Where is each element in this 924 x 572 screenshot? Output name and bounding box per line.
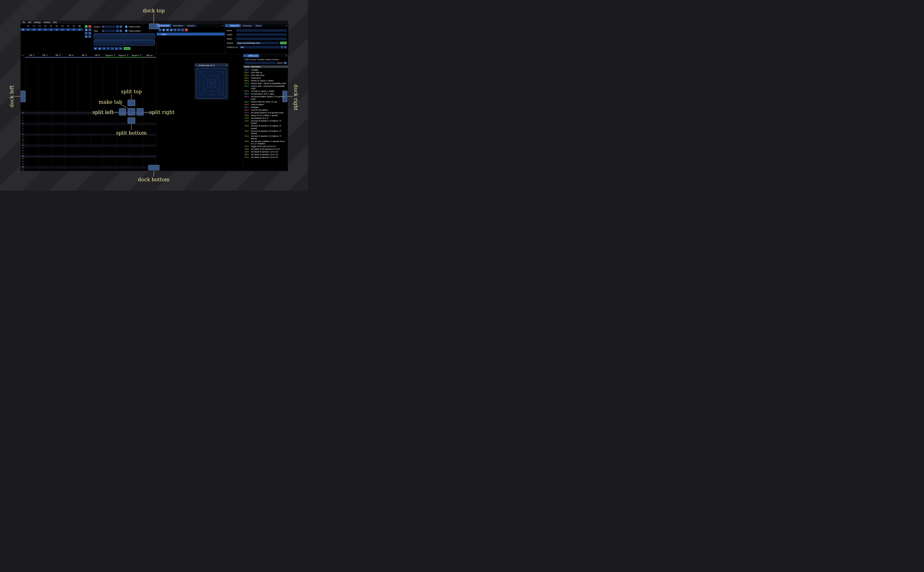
pattern-cell[interactable]: ... .. .. .... [143,150,156,152]
pattern-cell[interactable]: ... .. .. .... [130,152,143,155]
pattern-cell[interactable]: ... .. .. .... [51,144,65,147]
delete-instrument-button[interactable]: × [185,28,188,31]
channel-header-square-1[interactable]: Square 1 [104,54,117,58]
pattern-cell[interactable]: ... .. .. .... [104,139,117,141]
pattern-cell[interactable]: ... .. .. .... [143,141,156,144]
pattern-cell[interactable]: ... .. .. .... [39,123,52,125]
pattern-cell[interactable]: ... .. .. .... [117,158,130,160]
pattern-cell[interactable]: ... .. .. .... [91,136,104,139]
play-pattern-button[interactable]: ⇥ [102,47,106,50]
follow-pattern-checkbox[interactable]: ✓ [125,30,128,32]
pattern-cell[interactable]: ... .. .. .... [39,147,52,150]
pattern-cell[interactable]: ... .. .. .... [25,114,39,117]
pattern-cell[interactable]: ... .. .. .... [91,120,104,123]
pattern-cell[interactable]: ... .. .. .... [91,169,104,171]
close-oscilloscope-button[interactable]: × [226,64,227,67]
pattern-cell[interactable]: ... .. .. .... [78,112,91,114]
tab-subsongs[interactable]: Subsongs [241,24,253,27]
pattern-cell[interactable]: ... .. .. .... [39,169,52,171]
piano-upper-octaves[interactable] [94,33,155,39]
pattern-cell[interactable]: ... .. .. .... [143,120,156,123]
pattern-cell[interactable]: ... .. .. .... [78,166,91,169]
channel-header-noise[interactable]: Noise [143,54,156,58]
effect-item[interactable]: 1CxxSet attack of operator 3 (0 to 1F) [245,156,287,159]
open-instrument-button[interactable]: ▤ [166,28,169,31]
pattern-cell[interactable]: ... .. .. .... [39,136,52,139]
pattern-cell[interactable]: ... .. .. .... [25,152,39,155]
pattern-cell[interactable]: ... .. .. .... [91,160,104,163]
pattern-cell[interactable]: ... .. .. .... [65,166,78,169]
pattern-cell[interactable]: ... .. .. .... [25,136,39,139]
effect-list-menu-button[interactable]: ≡ [284,62,287,64]
pattern-cell[interactable]: ... .. .. .... [117,125,130,128]
pattern-cell[interactable]: ... .. .. .... [65,117,78,120]
pattern-cell[interactable]: ... .. .. .... [51,147,65,150]
pattern-cell[interactable]: ... .. .. .... [39,134,52,136]
effect-item[interactable]: 1AxxSet attack of operator 1 (0 to 1F) [245,151,287,153]
pattern-cell[interactable]: ... .. .. .... [117,160,130,163]
order-value[interactable]: 00 [42,29,48,31]
pattern-cell[interactable]: ... .. .. .... [65,147,78,150]
pattern-cell[interactable]: ... .. .. .... [25,141,39,144]
pattern-cell[interactable]: ... .. .. .... [130,139,143,141]
order-value[interactable]: 00 [48,29,54,31]
pattern-cell[interactable]: ... .. .. .... [65,169,78,171]
pattern-cell[interactable]: ... .. .. .... [39,163,52,166]
pattern-options-button[interactable]: ++ [22,54,24,56]
pattern-cell[interactable]: ... .. .. .... [78,163,91,166]
pattern-cell[interactable]: ... .. .. .... [25,131,39,134]
author-input[interactable] [236,33,287,36]
pattern-cell[interactable]: ... .. .. .... [91,125,104,128]
pattern-cell[interactable]: ... .. .. .... [51,158,65,160]
pattern-cell[interactable]: ... .. .. .... [78,125,91,128]
pattern-cell[interactable]: ... .. .. .... [117,166,130,169]
octave-decrease-button[interactable]: - [116,25,119,28]
pattern-cell[interactable]: ... .. .. .... [130,163,143,166]
pattern-cell[interactable]: ... .. .. .... [78,169,91,171]
effect-item[interactable]: 1BxxSet attack of operator 2 (0 to 1F) [245,154,287,156]
tuning-input[interactable]: 440 [240,46,280,48]
effect-item[interactable]: 07xyTremolo (x: speed; y: depth) [245,90,287,93]
effect-item[interactable]: 16xySet operator multiplier (x: operator… [245,140,287,145]
effect-item[interactable]: 05xyVolume slide + vibrato (compatibilit… [245,82,287,85]
pattern-cell[interactable]: ... .. .. .... [78,114,91,117]
pattern-cell[interactable]: ... .. .. .... [78,120,91,123]
order-value[interactable]: 00 [25,29,31,31]
change-all-orders-button[interactable]: ⇄ [85,35,88,38]
pattern-cell[interactable]: ... .. .. .... [39,131,52,134]
pattern-cell[interactable]: ... .. .. .... [143,147,156,150]
effect-search-input[interactable] [245,62,276,64]
move-instrument-down-button[interactable]: ↓ [181,28,184,31]
channel-header-square-2[interactable]: Square 2 [117,54,130,58]
close-effect-list-button[interactable]: × [285,54,288,57]
pattern-cell[interactable]: ... .. .. .... [104,136,117,139]
pattern-cell[interactable]: ... .. .. .... [78,123,91,125]
pattern-cell[interactable]: ... .. .. .... [117,144,130,147]
channel-header-fm-1[interactable]: FM 1 [25,54,39,58]
collapse-oscilloscope-button[interactable]: ▼ [196,65,197,66]
effect-item[interactable]: 06xyVolume slide + portamento (compatibi… [245,85,287,90]
tab-wavetables[interactable]: Wavetables [171,24,185,27]
octave-input[interactable]: 3 [102,25,115,28]
pattern-cell[interactable]: ... .. .. .... [65,134,78,136]
poly-button[interactable]: Poly [124,47,130,50]
pattern-cell[interactable]: ... .. .. .... [130,150,143,152]
dock-bottom-target[interactable] [148,165,159,170]
pattern-cell[interactable]: ... .. .. .... [65,158,78,160]
effect-item[interactable]: 04xyVibrato (x: speed; y: depth) [245,80,287,82]
effect-item[interactable]: 0AxyVolume slide (0y: down; x0: up) [245,101,287,103]
pattern-cell[interactable]: ... .. .. .... [143,136,156,139]
edit-record-button[interactable]: ● [111,47,114,50]
dock-left-target[interactable] [21,91,25,102]
pattern-cell[interactable]: ... .. .. .... [91,123,104,125]
effect-item[interactable]: 08xySet panning (x: left; y: right) [245,93,287,95]
pattern-cell[interactable]: ... .. .. .... [130,166,143,169]
pattern-cell[interactable]: ... .. .. .... [51,128,65,131]
pattern-cell[interactable]: ... .. .. .... [104,120,117,123]
pattern-cell[interactable]: ... .. .. .... [51,131,65,134]
pattern-cell[interactable]: ... .. .. .... [130,141,143,144]
dock-right-target[interactable] [282,91,287,102]
pattern-cell[interactable]: ... .. .. .... [65,152,78,155]
pattern-cell[interactable]: ... .. .. .... [51,152,65,155]
pattern-cell[interactable]: ... .. .. .... [25,128,39,131]
